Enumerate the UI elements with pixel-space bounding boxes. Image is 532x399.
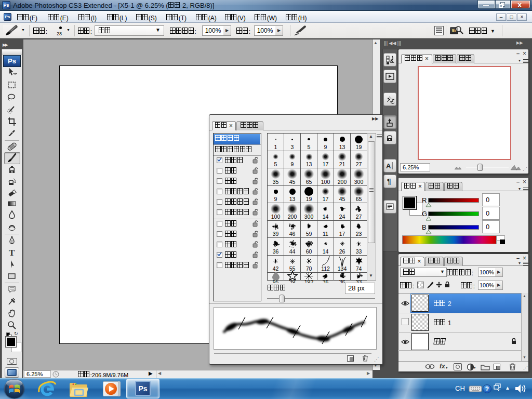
svg-text:T: T [9, 248, 15, 258]
svg-text:A: A [386, 162, 391, 170]
svg-text:¶: ¶ [387, 177, 391, 185]
